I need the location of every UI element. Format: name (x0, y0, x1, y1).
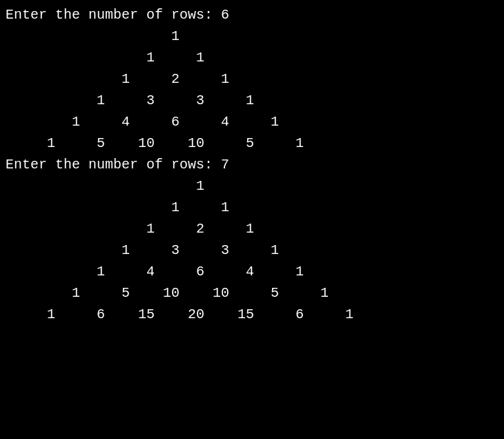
terminal-line-2: 1 1 (6, 50, 204, 66)
terminal-line-8: 1 (6, 178, 204, 194)
terminal-line-11: 1 3 3 1 (6, 242, 279, 258)
terminal-line-3: 1 2 1 (6, 71, 229, 87)
terminal-line-14: 1 6 15 20 15 6 1 (6, 306, 353, 322)
terminal-output: Enter the number of rows: 6 1 1 1 1 2 1 … (6, 4, 498, 325)
terminal-line-4: 1 3 3 1 (6, 92, 254, 108)
terminal-line-5: 1 4 6 4 1 (6, 114, 279, 130)
terminal-line-1: 1 (6, 28, 180, 44)
terminal-line-0: Enter the number of rows: 6 (6, 7, 229, 23)
terminal-line-10: 1 2 1 (6, 221, 254, 237)
terminal-line-12: 1 4 6 4 1 (6, 264, 304, 280)
terminal-line-6: 1 5 10 10 5 1 (6, 135, 304, 151)
terminal-line-9: 1 1 (6, 199, 229, 215)
terminal-line-7: Enter the number of rows: 7 (6, 157, 229, 173)
terminal-line-13: 1 5 10 10 5 1 (6, 285, 329, 301)
